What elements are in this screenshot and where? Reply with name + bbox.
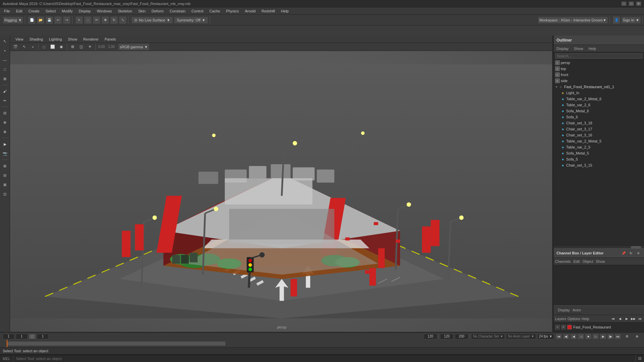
menu-skeleton[interactable]: Skeleton	[115, 8, 135, 14]
menu-physics[interactable]: Physics	[223, 8, 241, 14]
anim-pref-btn[interactable]: ⚙	[623, 332, 631, 341]
sign-in-dropdown[interactable]: Sign In ▼	[621, 16, 641, 24]
grid-btn[interactable]: ⊟	[1, 109, 9, 117]
outliner-search-input[interactable]	[555, 53, 643, 59]
layer-end-btn[interactable]: ⏭	[637, 316, 643, 321]
prev-frame-btn[interactable]: ◀|	[563, 334, 570, 340]
outliner-item-table-5[interactable]: ◆ Table_var_2_5	[554, 144, 644, 150]
menu-file[interactable]: File	[1, 8, 13, 14]
camera-btn[interactable]: 📷	[1, 149, 9, 158]
close-button[interactable]: ✕	[636, 1, 641, 6]
uvs-btn[interactable]: ⊞	[1, 74, 9, 83]
cb-tab-show[interactable]: Show	[596, 259, 605, 263]
layer-visibility-btn[interactable]: V	[555, 325, 560, 329]
menu-redshift[interactable]: Redshift	[259, 8, 278, 14]
redo-btn[interactable]: ↪	[63, 16, 71, 24]
live-surface-btn[interactable]: ◎ No Live Surface ▼	[131, 16, 173, 24]
move-btn[interactable]: ✥	[101, 16, 109, 24]
menu-select[interactable]: Select	[43, 8, 59, 14]
outliner-item-persp[interactable]: C persp	[554, 60, 644, 66]
symmetry-btn[interactable]: Symmetry: Off ▼	[174, 16, 208, 24]
quick-layout-1[interactable]: ⊞	[1, 162, 9, 170]
viewport-menu-show[interactable]: Show	[65, 37, 80, 42]
edge-btn[interactable]: —	[1, 56, 9, 64]
select-mode-btn[interactable]: ↖	[1, 37, 9, 46]
new-scene-btn[interactable]: 📄	[28, 16, 36, 24]
lasso-btn[interactable]: ◌	[84, 16, 92, 24]
menu-modify[interactable]: Modify	[59, 8, 75, 14]
cb-tab-object[interactable]: Object	[582, 259, 593, 263]
menu-cache[interactable]: Cache	[207, 8, 223, 14]
stop-btn[interactable]: ■	[585, 334, 592, 340]
layer-fwd-btn[interactable]: ▶▶	[631, 316, 636, 321]
minimize-button[interactable]: –	[621, 1, 627, 6]
rotate-btn[interactable]: ↻	[110, 16, 118, 24]
viewport-menu-view[interactable]: View	[13, 37, 26, 42]
viewport-3d[interactable]: persp	[10, 51, 553, 332]
viewport-menu-panels[interactable]: Panels	[102, 37, 119, 42]
layer-prev-btn[interactable]: ◀	[617, 316, 623, 321]
vp-smooth-btn[interactable]: ◉	[57, 43, 65, 51]
outliner-item-light-in[interactable]: ◈ Light_In	[554, 90, 644, 96]
menu-display[interactable]: Display	[76, 8, 94, 14]
total-end-field[interactable]: 200	[455, 334, 468, 339]
outliner-item-table-6[interactable]: ◆ Table_var_2_6	[554, 102, 644, 108]
gamma-btn[interactable]: sRGB gamma ▼	[118, 43, 150, 51]
quick-layout-3[interactable]: ⊠	[1, 180, 9, 189]
vertex-btn[interactable]: •	[1, 46, 9, 55]
menu-create[interactable]: Create	[26, 8, 42, 14]
fps-dropdown[interactable]: 24 fps ▼	[537, 334, 554, 339]
layer-btn[interactable]: ⊕	[1, 118, 9, 127]
cb-tab-channels[interactable]: Channels	[555, 259, 571, 263]
menu-windows[interactable]: Windows	[94, 8, 115, 14]
jump-to-start-btn[interactable]: ⏮	[555, 334, 562, 340]
current-frame-field[interactable]: 1	[3, 334, 14, 339]
channel-box-close-btn[interactable]: ✕	[635, 250, 641, 256]
layer-name-label[interactable]: Fast_Food_Restaurant	[573, 325, 611, 329]
vp-select-btn[interactable]: ↖	[20, 43, 28, 51]
viewport-menu-renderer[interactable]: Renderer	[80, 37, 101, 42]
layer-color-swatch[interactable]	[567, 325, 572, 329]
prev-key-btn[interactable]: ◀	[570, 334, 577, 340]
range-start-field[interactable]: 1	[16, 334, 28, 339]
vp-light-btn[interactable]: ☀	[86, 43, 94, 51]
outliner-item-chair-17[interactable]: ◆ Chair_set_3_17	[554, 126, 644, 132]
layer-tab-layers[interactable]: Layers	[555, 317, 566, 321]
outliner-item-front[interactable]: C front	[554, 72, 644, 78]
quick-layout-2[interactable]: ⊟	[1, 171, 9, 180]
script-editor-btn[interactable]: ⊡	[635, 355, 644, 362]
scale-btn[interactable]: ⤡	[119, 16, 127, 24]
select-tool-btn[interactable]: ↖	[75, 16, 83, 24]
disp-tab-anim[interactable]: Anim	[573, 308, 581, 312]
layer-playback-btn[interactable]: P	[561, 325, 566, 329]
menu-edit[interactable]: Edit	[13, 8, 25, 14]
vp-texture-btn[interactable]: ◫	[77, 43, 85, 51]
outliner-item-chair-15[interactable]: ◆ Chair_set_3_15	[554, 162, 644, 168]
workspace-dropdown[interactable]: Workspace : XGen - Interactive Groom▼	[538, 16, 608, 24]
sculpt-btn[interactable]: ✏	[1, 96, 9, 105]
jump-to-end-btn[interactable]: ⏭	[614, 334, 621, 340]
outliner-item-top[interactable]: C top	[554, 66, 644, 72]
disp-tab-display[interactable]: Display	[558, 308, 570, 312]
outliner-item-sofa-6[interactable]: ◆ Sofa_6	[554, 114, 644, 120]
char-set-btn[interactable]: ⊕	[633, 332, 641, 341]
outliner-item-chair-16[interactable]: ◆ Chair_set_3_16	[554, 132, 644, 138]
outliner-tab-show[interactable]: Show	[573, 46, 585, 51]
layer-tab-help[interactable]: Help	[582, 317, 589, 321]
menu-skin[interactable]: Skin	[136, 8, 148, 14]
play-fwd-btn[interactable]: ▷	[592, 334, 599, 340]
vp-gamma-dropdown[interactable]: sRGB gamma ▼	[118, 43, 150, 51]
layer-rewind-btn[interactable]: ⏮	[610, 316, 616, 321]
timeline-bar[interactable]	[0, 340, 644, 348]
vp-move-btn[interactable]: +	[29, 43, 37, 51]
layer-play-btn[interactable]: ▶	[624, 316, 629, 321]
total-frames-field[interactable]: 120	[440, 334, 453, 339]
history-btn[interactable]: ⊗	[1, 127, 9, 136]
quick-layout-4[interactable]: ⊡	[1, 190, 9, 198]
outliner-tab-display[interactable]: Display	[555, 46, 570, 51]
viewport-menu-shading[interactable]: Shading	[27, 37, 46, 42]
outliner-item-table-metal-6[interactable]: ◆ Table_var_2_Metal_6	[554, 96, 644, 102]
outliner-item-table-metal-5[interactable]: ◆ Table_var_2_Metal_5	[554, 138, 644, 144]
vp-camera-btn[interactable]: 🎬	[11, 43, 19, 51]
save-scene-btn[interactable]: 💾	[45, 16, 53, 24]
